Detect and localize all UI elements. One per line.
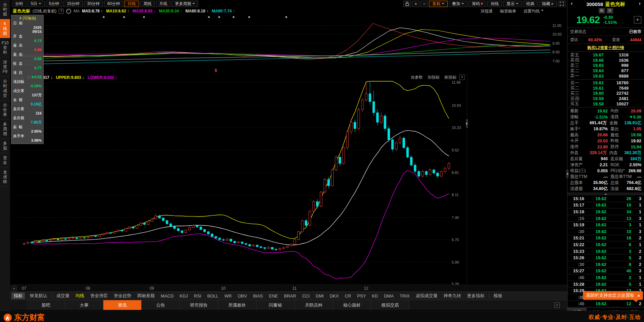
sidebar-item-F10资料[interactable]: F10资料	[0, 38, 10, 57]
boll-action-button[interactable]: 改参数	[411, 75, 423, 80]
lock-icon[interactable]	[403, 1, 411, 7]
indicator-item[interactable]: BOLL	[204, 293, 221, 298]
zoom-in-button[interactable]: +	[412, 1, 419, 7]
content-tab[interactable]: 股吧	[27, 300, 65, 310]
collapse-quote-handle[interactable]	[566, 170, 568, 178]
period-button[interactable]: 周线	[140, 1, 155, 7]
svg-text:*: *	[103, 15, 105, 20]
period-button[interactable]: 5日	[28, 1, 45, 7]
indicator-item[interactable]: CCI	[299, 293, 312, 298]
boll-action-button[interactable]: 换指标	[444, 75, 456, 80]
sidebar-item-分价表[interactable]: 分价表	[0, 100, 10, 120]
period-button[interactable]: 日线	[124, 1, 139, 7]
fullscreen-icon[interactable]	[558, 1, 566, 7]
indicator-item[interactable]: 资金博弈	[87, 293, 111, 299]
sidebar-item-K线图[interactable]: K线图	[0, 19, 10, 38]
sidebar-item-龙虎榜[interactable]: 龙虎榜	[0, 168, 10, 187]
drag-icon[interactable]: ⇕	[19, 16, 22, 20]
period-button[interactable]: 60分钟	[104, 1, 123, 7]
indicator-item[interactable]: 两融差额	[134, 293, 158, 299]
tick-row: 15:2719.62403	[567, 268, 644, 275]
period-button[interactable]: 分时	[12, 1, 27, 7]
sidebar-item-多周期[interactable]: 多周期	[0, 120, 10, 139]
content-tab[interactable]: 资讯	[103, 300, 142, 310]
zoom-out-button[interactable]: −	[420, 1, 428, 7]
sidebar-item-资金[interactable]: 资金	[0, 153, 10, 168]
tool-button[interactable]: 复权	[429, 1, 448, 7]
indicator-item[interactable]: KD	[369, 293, 381, 298]
indicator-item[interactable]: RSI	[191, 293, 204, 298]
tool-button[interactable]: 画线	[487, 1, 502, 7]
close-icon[interactable]: ×	[459, 75, 465, 80]
indicator-bar: 指标 恢复默认 成交量均线资金博弈资金趋势两融差额MACDKDJRSIBOLLW…	[10, 291, 567, 300]
indicator-item[interactable]: 均线	[72, 293, 87, 299]
indicator-template[interactable]: 模板	[491, 293, 505, 299]
scroll-left-button[interactable]: «	[12, 286, 16, 291]
time-and-sales[interactable]: 15:1619.6226315:1719.6210115:1819.62341:…	[567, 195, 644, 307]
indicator-item[interactable]: DMI	[313, 293, 327, 298]
content-tab[interactable]: 核心题材	[333, 300, 371, 310]
content-tab[interactable]: 问董秘	[256, 300, 295, 310]
period-button[interactable]: 15分钟	[63, 1, 83, 7]
sidebar-item-深度F9[interactable]: 深度F9	[0, 57, 10, 77]
indicator-item[interactable]: 更多指标	[464, 293, 488, 299]
chevron-down-icon	[516, 3, 518, 6]
indicator-item[interactable]: ENE	[266, 293, 281, 298]
content-tab[interactable]: 所属板块	[218, 300, 256, 310]
indicator-item[interactable]: TRIX	[397, 293, 413, 298]
tool-button[interactable]: 隐藏»	[539, 1, 557, 7]
content-tab[interactable]: 模拟交易	[371, 300, 409, 310]
content-tab[interactable]: 研究报告	[180, 300, 218, 310]
period-button[interactable]: 月线	[156, 1, 170, 7]
collapse-stats-handle[interactable]	[567, 192, 644, 195]
next-stock-button[interactable]	[639, 2, 642, 5]
indicator-reset[interactable]: 恢复默认	[27, 293, 50, 299]
data-panel-value: 6.86	[13, 48, 42, 52]
tool-button[interactable]: 筹码	[468, 1, 486, 7]
tool-button[interactable]: 叠加	[449, 1, 467, 7]
indicator-item[interactable]: BIAS	[250, 293, 266, 298]
data-panel-value: 2025	[13, 26, 42, 30]
indicator-item[interactable]: 虚拟成交量	[413, 293, 441, 299]
indicator-item[interactable]: BRAR	[281, 293, 299, 298]
content-tab[interactable]: 大事	[65, 300, 103, 310]
expand-panel-handle[interactable]	[466, 119, 468, 128]
tool-button[interactable]: 显示	[503, 1, 522, 7]
content-tab[interactable]: 公告	[142, 300, 180, 310]
indicator-item[interactable]: WR	[221, 293, 235, 298]
panel-toggle-icon[interactable]: +	[554, 303, 560, 308]
overview-line-chart[interactable]: 11.0010.009.008.007.00********$	[10, 15, 567, 74]
sidebar-item-分时成交[interactable]: 分时成交	[0, 77, 10, 100]
gear-icon[interactable]	[66, 9, 71, 14]
last-price: 19.62	[576, 14, 600, 26]
sidebar-item-多股[interactable]: 多股	[0, 139, 10, 153]
crosshair-data-panel[interactable]: ⇕[可拖动] 日 期202509/15开 盘6.74最 高6.86最 低6.66…	[11, 15, 44, 144]
period-button[interactable]: 更多周期	[171, 1, 198, 7]
tool-button[interactable]: 经典	[523, 1, 538, 7]
period-button[interactable]: 30分钟	[84, 1, 103, 7]
l2-upgrade-link[interactable]: 购买L2查看十档行情	[567, 44, 644, 51]
ma-toggle[interactable]: MA	[73, 9, 80, 13]
indicator-item[interactable]: PSY	[354, 293, 369, 298]
boll-action-button[interactable]: 加指标	[428, 75, 440, 80]
ma-settings-link[interactable]: 设置均线	[524, 8, 544, 14]
indicator-item[interactable]: DMA	[381, 293, 397, 298]
header-link[interactable]: 融资融券	[500, 8, 516, 14]
indicator-item[interactable]: 资金趋势	[111, 293, 134, 299]
header-link[interactable]: 深股通	[481, 8, 493, 14]
indicator-item[interactable]: OBV	[235, 293, 250, 298]
candlestick-chart[interactable]: 11.6610.9310.239.528.818.117.406.705.995…	[10, 81, 567, 285]
indicator-item[interactable]: 神奇九转	[441, 293, 464, 299]
tooltip-close-icon[interactable]: ×	[637, 293, 640, 298]
indicator-item[interactable]: KDJ	[177, 293, 191, 298]
help-icon[interactable]: ?	[59, 9, 64, 14]
period-button[interactable]: 5分钟	[46, 1, 63, 7]
indicator-item[interactable]: DKX	[327, 293, 342, 298]
indicator-item[interactable]: CR	[342, 293, 354, 298]
add-to-watchlist-button[interactable]: +	[634, 16, 641, 24]
indicator-item[interactable]: MACD	[158, 293, 177, 298]
content-tab[interactable]: 关联品种	[295, 300, 333, 310]
indicator-item[interactable]: 成交量	[53, 293, 72, 299]
prev-stock-button[interactable]	[569, 2, 572, 5]
sidebar-item-分时图[interactable]: 分时图	[0, 0, 10, 19]
